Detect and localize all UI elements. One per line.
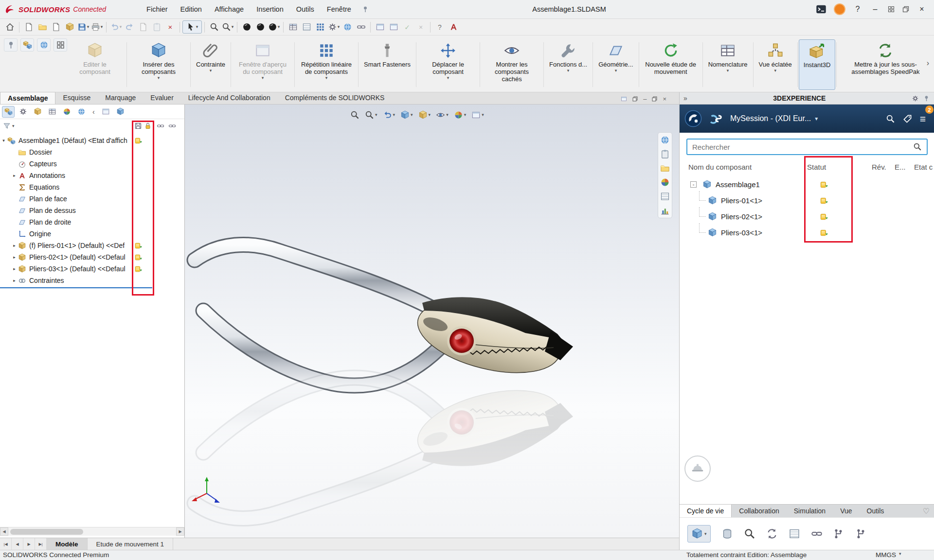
- tab-complements-solidworks[interactable]: Compléments de SOLIDWORKS: [278, 92, 392, 104]
- help-button[interactable]: ?: [433, 20, 447, 34]
- accept-button[interactable]: ✓: [400, 20, 414, 34]
- edit-appearance-icon[interactable]: ▾: [452, 108, 468, 121]
- ribbon-overflow-chevron[interactable]: ›: [927, 59, 929, 68]
- display-state-3-button[interactable]: ▾: [267, 20, 281, 34]
- session-title[interactable]: MySession - (XDI Eur...: [730, 114, 811, 123]
- ribbon-repetition-lineaire[interactable]: Répétition linéaire de composants▾: [296, 39, 357, 90]
- pin-menubar-icon[interactable]: [361, 5, 369, 13]
- tag-icon[interactable]: [903, 114, 912, 123]
- close-document-icon[interactable]: ×: [663, 95, 666, 103]
- tree-item-pliers-01[interactable]: ▸ (f) Pliers-01<1> (Default) <<Def: [0, 240, 185, 251]
- display-pane-toggle-button[interactable]: [37, 38, 51, 52]
- ribbon-inserer-des-composants[interactable]: Insérer des composants▾: [128, 39, 189, 90]
- panel-settings-gear-icon[interactable]: [912, 95, 919, 102]
- search-submit-icon[interactable]: [913, 142, 922, 151]
- expander-icon[interactable]: ▸: [11, 266, 18, 271]
- tab-marquage[interactable]: Marquage: [98, 92, 143, 104]
- expand-panel-chevron[interactable]: »: [683, 94, 687, 102]
- minimize-button[interactable]: –: [870, 5, 880, 14]
- clipboard-icon[interactable]: [660, 149, 670, 159]
- tab-propertymanager[interactable]: [17, 106, 29, 118]
- add-branch-icon[interactable]: [833, 528, 845, 540]
- tree-item-contraintes[interactable]: ▸ Contraintes: [0, 275, 185, 286]
- tab-featuremanager-tree[interactable]: [2, 106, 15, 118]
- ribbon-nomenclature[interactable]: Nomenclature▾: [704, 39, 752, 90]
- status-units[interactable]: MMGS: [876, 551, 896, 559]
- scroll-left-arrow[interactable]: ◀: [0, 527, 8, 536]
- scrollbar-thumb[interactable]: [10, 529, 83, 535]
- menu-affichage[interactable]: Affichage: [208, 0, 250, 18]
- link-column-icon[interactable]: [157, 122, 164, 130]
- tree-item-dossier[interactable]: Dossier: [0, 146, 185, 158]
- options-button[interactable]: ▾: [327, 20, 341, 34]
- column-header-name[interactable]: Nom du composant: [688, 163, 752, 171]
- zoom-area-button[interactable]: ▾: [221, 20, 234, 34]
- left-panel-horizontal-scrollbar[interactable]: ◀ ▶: [0, 527, 184, 536]
- tab-cycle-de-vie[interactable]: Cycle de vie: [680, 505, 732, 517]
- ribbon-fonctions[interactable]: Fonctions d...▾: [545, 39, 592, 90]
- appearance-ball-icon[interactable]: [660, 177, 670, 187]
- tab-etude-de-mouvement-1[interactable]: Etude de mouvement 1: [88, 538, 174, 550]
- expander-icon[interactable]: ▸: [11, 255, 18, 260]
- collapse-row-icon[interactable]: -: [690, 181, 697, 188]
- console-icon[interactable]: [815, 3, 827, 15]
- status-column-save-icon[interactable]: [134, 122, 142, 130]
- view-orientation-icon[interactable]: ▾: [398, 108, 415, 121]
- pliers-3d-model[interactable]: [185, 105, 679, 538]
- display-pane-states-icon[interactable]: [114, 106, 127, 118]
- tab-collaboration[interactable]: Collaboration: [732, 505, 787, 517]
- assistant-helmet-button[interactable]: [684, 455, 711, 482]
- display-style-icon[interactable]: ▾: [416, 108, 433, 121]
- menu-outils[interactable]: Outils: [290, 0, 321, 18]
- tab-modele[interactable]: Modèle: [47, 538, 88, 550]
- cancel-button[interactable]: ×: [414, 20, 428, 34]
- lifecycle-status-icon[interactable]: [820, 180, 828, 189]
- tab-lifecycle-and-collaboration[interactable]: Lifecycle And Collaboration: [181, 92, 278, 104]
- tab-cam[interactable]: [75, 106, 88, 118]
- last-tab-arrow[interactable]: ▶|: [35, 538, 47, 550]
- expander-icon[interactable]: ▸: [11, 173, 18, 178]
- pattern-grid-button[interactable]: [313, 20, 327, 34]
- status-column-lock-icon[interactable]: [144, 122, 152, 130]
- featuremanager-toggle-button[interactable]: [20, 38, 34, 52]
- panel-pin-icon[interactable]: [923, 95, 930, 102]
- appearances-button[interactable]: [341, 20, 354, 34]
- column-header-etat[interactable]: Etat c: [914, 163, 933, 171]
- ribbon-fenetre-apercu[interactable]: Fenêtre d'aperçu du composant▾: [232, 39, 293, 90]
- filter-chevron-icon[interactable]: ▾: [12, 124, 15, 128]
- ribbon-nouvelle-etude-de-mouvement[interactable]: Nouvelle étude de mouvement: [640, 39, 701, 90]
- delete-button[interactable]: ×: [163, 20, 177, 34]
- tile-vertical-button[interactable]: [387, 20, 400, 34]
- open-document-button[interactable]: [36, 20, 49, 34]
- make-assembly-button[interactable]: [63, 20, 76, 34]
- tab-vue[interactable]: Vue: [833, 505, 859, 517]
- ribbon-deplacer-le-composant[interactable]: Déplacer le composant▾: [417, 39, 479, 90]
- lifecycle-action-button[interactable]: ▾: [687, 525, 711, 542]
- expander-icon[interactable]: ▾: [0, 138, 7, 143]
- print-button[interactable]: ▾: [90, 20, 104, 34]
- mate-references-button[interactable]: [354, 20, 368, 34]
- lifecycle-status-icon[interactable]: [134, 253, 143, 262]
- column-header-statut[interactable]: Statut: [807, 163, 826, 171]
- tab-outils[interactable]: Outils: [860, 505, 892, 517]
- structure-tree-icon[interactable]: [789, 528, 800, 540]
- hide-show-items-icon[interactable]: ▾: [434, 108, 450, 121]
- tree-item-pliers-02[interactable]: ▸ Pliers-02<1> (Default) <<Defaul: [0, 251, 185, 263]
- first-tab-arrow[interactable]: |◀: [0, 538, 12, 550]
- search-input[interactable]: [687, 143, 913, 151]
- filter-funnel-icon[interactable]: [3, 122, 11, 130]
- tree-item-pliers-03[interactable]: ▸ Pliers-03<1> (Default) <<Defaul: [0, 263, 185, 275]
- menu-fenetre[interactable]: Fenêtre: [321, 0, 358, 18]
- tab-configurationmanager[interactable]: [31, 106, 44, 118]
- ribbon-montrer-composants-caches[interactable]: Montrer les composants cachés: [481, 39, 542, 90]
- layout-grid-icon[interactable]: [887, 5, 895, 13]
- lifecycle-status-icon[interactable]: [820, 196, 828, 205]
- tree-item-equations[interactable]: Equations: [0, 181, 185, 193]
- remove-branch-icon[interactable]: [856, 528, 867, 540]
- design-tree-button[interactable]: [300, 20, 313, 34]
- lifecycle-status-icon[interactable]: [134, 137, 143, 145]
- zoom-fit-button[interactable]: [207, 20, 221, 34]
- zoom-area-icon[interactable]: ▾: [363, 108, 379, 121]
- previous-tab-arrow[interactable]: ◀: [12, 538, 23, 550]
- minimize-document-icon[interactable]: –: [643, 95, 647, 103]
